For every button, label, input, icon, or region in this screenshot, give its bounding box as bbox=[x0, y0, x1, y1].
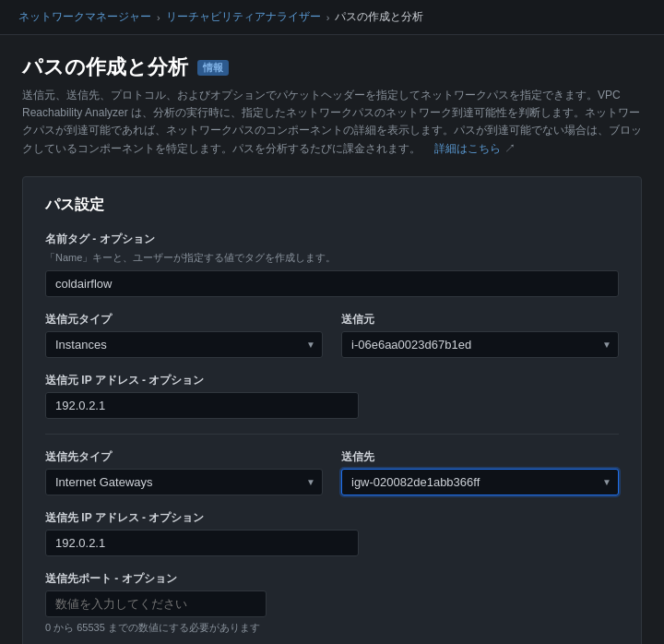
dest-wrapper: igw-020082de1abb366ff ▼ bbox=[341, 469, 619, 495]
breadcrumb-sep-1: › bbox=[157, 12, 160, 23]
source-type-select[interactable]: Instances Internet Gateways Network Inte… bbox=[45, 331, 323, 358]
source-label: 送信元 bbox=[341, 312, 619, 328]
dest-type-label: 送信先タイプ bbox=[45, 449, 323, 465]
source-col: 送信元 i-06e6aa0023d67b1ed ▼ bbox=[341, 312, 619, 358]
source-ip-input[interactable] bbox=[45, 392, 359, 419]
panel-title: パス設定 bbox=[45, 196, 619, 215]
breadcrumb: ネットワークマネージャー › リーチャビリティアナライザー › パスの作成と分析 bbox=[0, 0, 664, 35]
dest-port-input[interactable] bbox=[45, 590, 267, 617]
name-tag-label: 名前タグ - オプション bbox=[45, 232, 619, 247]
source-select[interactable]: i-06e6aa0023d67b1ed bbox=[341, 331, 619, 358]
dest-ip-input[interactable] bbox=[45, 530, 359, 556]
dest-label: 送信先 bbox=[341, 449, 619, 465]
dest-port-label: 送信先ポート - オプション bbox=[45, 571, 619, 587]
page-title: パスの作成と分析 bbox=[22, 54, 188, 81]
dest-port-hint: 0 から 65535 までの数値にする必要があります bbox=[45, 621, 619, 635]
divider-1 bbox=[45, 434, 619, 435]
source-type-label: 送信元タイプ bbox=[45, 312, 323, 328]
dest-type-wrapper: Instances Internet Gateways Network Inte… bbox=[45, 469, 323, 495]
main-content: パスの作成と分析 情報 送信元、送信先、プロトコル、およびオプションでパケットヘ… bbox=[0, 35, 664, 644]
source-type-source-row: 送信元タイプ Instances Internet Gateways Netwo… bbox=[45, 312, 619, 358]
info-badge[interactable]: 情報 bbox=[197, 60, 229, 76]
source-wrapper: i-06e6aa0023d67b1ed ▼ bbox=[341, 331, 619, 358]
dest-type-select[interactable]: Instances Internet Gateways Network Inte… bbox=[45, 469, 323, 495]
source-type-wrapper: Instances Internet Gateways Network Inte… bbox=[45, 331, 323, 358]
name-tag-hint: 「Name」キーと、ユーザーが指定する値でタグを作成します。 bbox=[45, 251, 619, 265]
source-ip-label: 送信元 IP アドレス - オプション bbox=[45, 373, 619, 388]
source-type-col: 送信元タイプ Instances Internet Gateways Netwo… bbox=[45, 312, 323, 358]
page-description: 送信元、送信先、プロトコル、およびオプションでパケットヘッダーを指定してネットワ… bbox=[22, 87, 642, 158]
breadcrumb-sep-2: › bbox=[326, 12, 330, 23]
dest-type-dest-row: 送信先タイプ Instances Internet Gateways Netwo… bbox=[45, 449, 619, 495]
page-title-row: パスの作成と分析 情報 bbox=[22, 54, 642, 81]
name-tag-section: 名前タグ - オプション 「Name」キーと、ユーザーが指定する値でタグを作成し… bbox=[45, 232, 619, 297]
path-settings-panel: パス設定 名前タグ - オプション 「Name」キーと、ユーザーが指定する値でタ… bbox=[22, 176, 642, 644]
dest-ip-label: 送信先 IP アドレス - オプション bbox=[45, 510, 619, 526]
dest-col: 送信先 igw-020082de1abb366ff ▼ bbox=[341, 449, 619, 495]
detail-link[interactable]: 詳細はこちら bbox=[434, 142, 501, 155]
dest-ip-section: 送信先 IP アドレス - オプション bbox=[45, 510, 619, 556]
breadcrumb-current: パスの作成と分析 bbox=[335, 9, 423, 25]
dest-port-section: 送信先ポート - オプション 0 から 65535 までの数値にする必要がありま… bbox=[45, 571, 619, 635]
name-tag-input[interactable] bbox=[45, 270, 619, 297]
source-ip-section: 送信元 IP アドレス - オプション bbox=[45, 373, 619, 419]
breadcrumb-reachability[interactable]: リーチャビリティアナライザー bbox=[166, 9, 321, 25]
dest-select[interactable]: igw-020082de1abb366ff bbox=[341, 469, 619, 495]
dest-type-col: 送信先タイプ Instances Internet Gateways Netwo… bbox=[45, 449, 323, 495]
breadcrumb-network-manager[interactable]: ネットワークマネージャー bbox=[18, 9, 151, 25]
